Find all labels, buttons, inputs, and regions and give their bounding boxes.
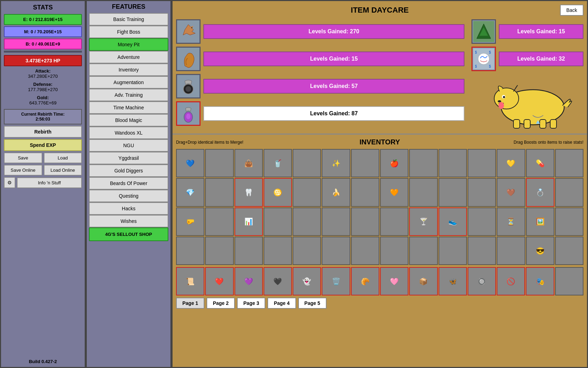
save-button[interactable]: Save (4, 152, 42, 163)
inventory-cell[interactable] (234, 237, 263, 265)
inventory-cell[interactable] (409, 178, 438, 206)
bottom-row-cell[interactable]: 🎭 (526, 267, 554, 295)
load-online-button[interactable]: Load Online (44, 165, 82, 176)
page-button-5[interactable]: Page 5 (298, 298, 327, 309)
inventory-cell[interactable] (409, 149, 438, 177)
page-button-4[interactable]: Page 4 (267, 298, 296, 309)
inventory-cell[interactable]: 🥤 (264, 149, 292, 177)
feature-btn-9[interactable]: Wandoos XL (89, 127, 168, 139)
inventory-cell[interactable] (468, 207, 496, 236)
inventory-cell[interactable] (468, 178, 496, 206)
feature-btn-2[interactable]: Money Pit (89, 38, 168, 51)
bottom-row-cell[interactable]: 🥐 (351, 267, 379, 295)
back-button[interactable]: Back (560, 5, 583, 16)
bottom-row-cell[interactable]: 📜 (176, 267, 204, 295)
feature-btn-11[interactable]: Yggdrasil (89, 152, 168, 164)
feature-btn-4[interactable]: Inventory (89, 63, 168, 76)
inventory-cell[interactable] (205, 149, 233, 177)
inventory-cell[interactable] (380, 237, 408, 265)
inventory-cell[interactable] (264, 237, 292, 265)
inventory-cell[interactable]: 🧡 (380, 178, 408, 206)
feature-btn-14[interactable]: Questing (89, 190, 168, 202)
inventory-cell[interactable]: 🖼️ (526, 207, 554, 236)
inventory-cell[interactable] (264, 207, 292, 236)
inventory-cell[interactable]: 🤛 (176, 207, 204, 236)
inventory-cell[interactable] (205, 178, 233, 206)
inventory-cell[interactable] (351, 178, 379, 206)
load-button[interactable]: Load (44, 152, 82, 163)
bottom-row-cell[interactable]: 🦋 (439, 267, 467, 295)
inventory-cell[interactable] (351, 207, 379, 236)
inventory-cell[interactable] (293, 178, 321, 206)
page-button-1[interactable]: Page 1 (176, 298, 204, 309)
inventory-cell[interactable] (555, 237, 583, 265)
inventory-cell[interactable]: ✨ (322, 149, 350, 177)
feature-btn-5[interactable]: Augmentation (89, 76, 168, 89)
bottom-row-cell[interactable]: 👻 (293, 267, 321, 295)
inventory-cell[interactable] (380, 207, 408, 236)
feature-btn-16[interactable]: Wishes (89, 215, 168, 227)
bottom-row-cell[interactable] (555, 267, 583, 295)
feature-btn-13[interactable]: Beards Of Power (89, 177, 168, 190)
inventory-cell[interactable]: 🍌 (322, 178, 350, 206)
feature-btn-8[interactable]: Blood Magic (89, 114, 168, 127)
spend-exp-button[interactable]: Spend EXP (4, 139, 82, 151)
inventory-cell[interactable] (555, 149, 583, 177)
feature-btn-6[interactable]: Adv. Training (89, 89, 168, 101)
inventory-cell[interactable]: 💊 (526, 149, 554, 177)
inventory-cell[interactable]: 🦷 (234, 178, 263, 206)
inventory-cell[interactable]: 🍎 (380, 149, 408, 177)
inventory-cell[interactable]: 👜 (234, 149, 263, 177)
inventory-cell[interactable]: 💛 (497, 149, 525, 177)
bottom-row-cell[interactable]: 📦 (409, 267, 438, 295)
inventory-cell[interactable] (439, 237, 467, 265)
bottom-row-cell[interactable]: 🚫 (497, 267, 525, 295)
inventory-cell[interactable] (555, 207, 583, 236)
inventory-cell[interactable]: 🤎 (497, 178, 525, 206)
info-button[interactable]: Info 'n Stuff (17, 177, 82, 188)
inventory-cell[interactable]: 🍸 (409, 207, 438, 236)
bottom-row-cell[interactable]: 🩷 (380, 267, 408, 295)
inventory-cell[interactable]: 💙 (176, 149, 204, 177)
inventory-cell[interactable] (293, 237, 321, 265)
inventory-cell[interactable] (468, 149, 496, 177)
inventory-cell[interactable] (555, 178, 583, 206)
inventory-cell[interactable]: 👟 (439, 207, 467, 236)
inventory-cell[interactable] (176, 237, 204, 265)
inventory-cell[interactable] (351, 149, 379, 177)
feature-btn-0[interactable]: Basic Training (89, 13, 168, 26)
inventory-cell[interactable] (351, 237, 379, 265)
feature-btn-17[interactable]: 4G'S SELLOUT SHOP (89, 227, 168, 241)
inventory-cell[interactable]: ⏳ (497, 207, 525, 236)
feature-btn-10[interactable]: NGU (89, 139, 168, 152)
inventory-cell[interactable] (293, 207, 321, 236)
inventory-cell[interactable]: 😎 (526, 237, 554, 265)
inventory-cell[interactable] (322, 237, 350, 265)
inventory-cell[interactable] (468, 237, 496, 265)
page-button-3[interactable]: Page 3 (237, 298, 265, 309)
inventory-cell[interactable] (439, 149, 467, 177)
inventory-cell[interactable]: 💎 (176, 178, 204, 206)
gear-button[interactable]: ⚙ (4, 177, 15, 188)
bottom-row-cell[interactable]: ❤️ (205, 267, 233, 295)
feature-btn-7[interactable]: Time Machine (89, 101, 168, 114)
feature-btn-3[interactable]: Adventure (89, 51, 168, 63)
inventory-cell[interactable] (439, 178, 467, 206)
page-button-2[interactable]: Page 2 (206, 298, 235, 309)
bottom-row-cell[interactable]: 🖤 (264, 267, 292, 295)
bottom-row-cell[interactable]: 🔘 (468, 267, 496, 295)
inventory-cell[interactable]: ♋ (264, 178, 292, 206)
feature-btn-15[interactable]: Hacks (89, 202, 168, 215)
bottom-row-cell[interactable]: 🗑️ (322, 267, 350, 295)
feature-btn-1[interactable]: Fight Boss (89, 26, 168, 38)
inventory-cell[interactable] (205, 237, 233, 265)
inventory-cell[interactable] (322, 207, 350, 236)
inventory-cell[interactable] (205, 207, 233, 236)
inventory-cell[interactable]: 💍 (526, 178, 554, 206)
inventory-cell[interactable] (409, 237, 438, 265)
inventory-cell[interactable] (293, 149, 321, 177)
feature-btn-12[interactable]: Gold Diggers (89, 164, 168, 177)
inventory-cell[interactable]: 📊 (234, 207, 263, 236)
inventory-cell[interactable] (497, 237, 525, 265)
save-online-button[interactable]: Save Online (4, 165, 42, 176)
